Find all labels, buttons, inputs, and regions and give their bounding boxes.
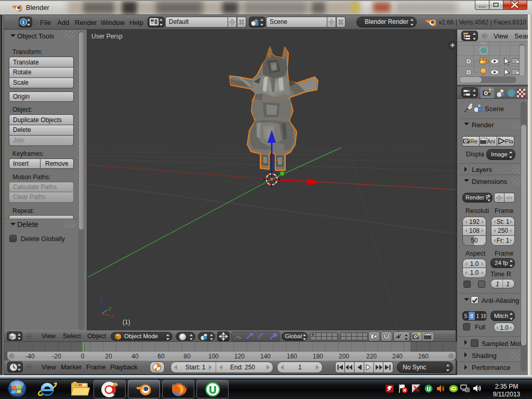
svg-text:180: 180 bbox=[313, 353, 323, 360]
svg-text:220: 220 bbox=[366, 353, 377, 360]
svg-text:60: 60 bbox=[157, 353, 165, 360]
svg-text:200: 200 bbox=[339, 353, 349, 360]
svg-text:80: 80 bbox=[183, 353, 191, 360]
svg-text:100: 100 bbox=[208, 353, 219, 360]
svg-text:z: z bbox=[100, 296, 102, 301]
svg-text:0: 0 bbox=[81, 353, 85, 360]
svg-text:(1): (1) bbox=[123, 318, 130, 326]
svg-text:240: 240 bbox=[392, 353, 403, 360]
svg-text:120: 120 bbox=[234, 353, 245, 360]
svg-text:40: 40 bbox=[131, 353, 139, 360]
svg-text:User Persp: User Persp bbox=[91, 33, 123, 40]
svg-text:Re: Re bbox=[470, 138, 477, 144]
svg-text:-20: -20 bbox=[52, 353, 61, 360]
svg-text:160: 160 bbox=[287, 353, 297, 360]
svg-text:Ani: Ani bbox=[487, 138, 495, 144]
svg-text:-40: -40 bbox=[25, 353, 35, 360]
svg-text:20: 20 bbox=[105, 353, 112, 360]
svg-text:x: x bbox=[111, 314, 114, 320]
svg-text:140: 140 bbox=[260, 353, 271, 360]
svg-text:i: i bbox=[23, 19, 24, 25]
svg-text:y: y bbox=[109, 305, 111, 311]
svg-text:Pla: Pla bbox=[505, 138, 513, 144]
svg-text:260: 260 bbox=[418, 353, 429, 360]
